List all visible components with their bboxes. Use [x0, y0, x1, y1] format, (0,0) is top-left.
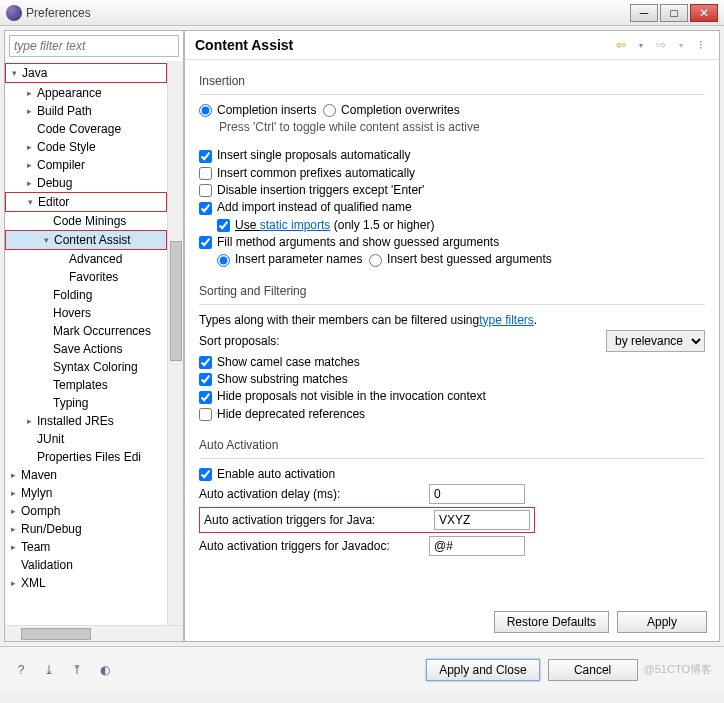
common-prefixes-check[interactable]: Insert common prefixes automatically: [199, 166, 415, 180]
tree-codeminings[interactable]: Code Minings: [5, 212, 167, 230]
substring-check[interactable]: Show substring matches: [199, 372, 348, 386]
titlebar: Preferences ─ □ ✕: [0, 0, 724, 26]
tree-codestyle[interactable]: Code Style: [5, 138, 167, 156]
eclipse-icon: [6, 5, 22, 21]
delay-input[interactable]: [429, 484, 525, 504]
tree-hscroll[interactable]: [5, 625, 183, 641]
javadoc-triggers-input[interactable]: [429, 536, 525, 556]
apply-button[interactable]: Apply: [617, 611, 707, 633]
camel-check[interactable]: Show camel case matches: [199, 355, 360, 369]
help-icon[interactable]: ?: [12, 661, 30, 679]
tree-debug[interactable]: Debug: [5, 174, 167, 192]
disable-triggers-check[interactable]: Disable insertion triggers except 'Enter…: [199, 183, 424, 197]
tree-codecoverage[interactable]: Code Coverage: [5, 120, 167, 138]
tree-oomph[interactable]: Oomph: [5, 502, 167, 520]
tree-mylyn[interactable]: Mylyn: [5, 484, 167, 502]
sort-label: Sort proposals:: [199, 334, 280, 348]
static-imports-check[interactable]: Use static imports (only 1.5 or higher): [217, 218, 434, 232]
cancel-button[interactable]: Cancel: [548, 659, 638, 681]
tree-contentassist[interactable]: Content Assist: [6, 231, 166, 249]
single-proposals-check[interactable]: Insert single proposals automatically: [199, 148, 410, 162]
tree-junit[interactable]: JUnit: [5, 430, 167, 448]
nav-back-menu-icon[interactable]: ▾: [633, 37, 649, 53]
tree-java[interactable]: Java: [6, 64, 166, 82]
ctrl-hint: Press 'Ctrl' to toggle while content ass…: [219, 120, 705, 134]
view-menu-icon[interactable]: ⁝: [693, 37, 709, 53]
tree-templates[interactable]: Templates: [5, 376, 167, 394]
java-triggers-label: Auto activation triggers for Java:: [204, 513, 434, 527]
insertion-title: Insertion: [199, 74, 705, 88]
tree-maven[interactable]: Maven: [5, 466, 167, 484]
tree-typing[interactable]: Typing: [5, 394, 167, 412]
watermark: @51CTO博客: [644, 662, 712, 677]
nav-forward-menu-icon[interactable]: ▾: [673, 37, 689, 53]
tree-favorites[interactable]: Favorites: [5, 268, 167, 286]
tree-compiler[interactable]: Compiler: [5, 156, 167, 174]
type-filters-link[interactable]: type filters: [479, 313, 534, 327]
minimize-button[interactable]: ─: [630, 4, 658, 22]
preferences-tree[interactable]: Java Appearance Build Path Code Coverage…: [5, 61, 167, 625]
tree-team[interactable]: Team: [5, 538, 167, 556]
hide-deprecated-check[interactable]: Hide deprecated references: [199, 407, 365, 421]
javadoc-triggers-label: Auto activation triggers for Javadoc:: [199, 539, 429, 553]
window-title: Preferences: [26, 6, 628, 20]
auto-title: Auto Activation: [199, 438, 705, 452]
close-button[interactable]: ✕: [690, 4, 718, 22]
right-panel: Content Assist ⇦ ▾ ⇨ ▾ ⁝ Insertion Compl…: [184, 30, 720, 642]
tree-propertiesfiles[interactable]: Properties Files Edi: [5, 448, 167, 466]
left-panel: Java Appearance Build Path Code Coverage…: [4, 30, 184, 642]
tree-validation[interactable]: Validation: [5, 556, 167, 574]
sort-combo[interactable]: by relevance: [606, 330, 705, 352]
oomph-icon[interactable]: ◐: [96, 661, 114, 679]
completion-overwrites-radio[interactable]: Completion overwrites: [323, 103, 460, 117]
tree-installedjres[interactable]: Installed JREs: [5, 412, 167, 430]
tree-syntaxcoloring[interactable]: Syntax Coloring: [5, 358, 167, 376]
fill-method-check[interactable]: Fill method arguments and show guessed a…: [199, 235, 499, 249]
insert-param-radio[interactable]: Insert parameter names: [217, 252, 362, 266]
tree-markoccurrences[interactable]: Mark Occurrences: [5, 322, 167, 340]
add-import-check[interactable]: Add import instead of qualified name: [199, 200, 412, 214]
filter-input[interactable]: [9, 35, 179, 57]
tree-editor[interactable]: Editor: [6, 193, 166, 211]
static-imports-link: static imports: [260, 218, 331, 232]
insert-best-radio[interactable]: Insert best guessed arguments: [369, 252, 552, 266]
tree-buildpath[interactable]: Build Path: [5, 102, 167, 120]
sorting-title: Sorting and Filtering: [199, 284, 705, 298]
java-triggers-input[interactable]: [434, 510, 530, 530]
tree-rundebug[interactable]: Run/Debug: [5, 520, 167, 538]
import-icon[interactable]: ⤓: [40, 661, 58, 679]
enable-auto-check[interactable]: Enable auto activation: [199, 467, 335, 481]
footer: ? ⤓ ⤒ ◐ Apply and Close Cancel @51CTO博客: [0, 646, 724, 692]
tree-advanced[interactable]: Advanced: [5, 250, 167, 268]
tree-saveactions[interactable]: Save Actions: [5, 340, 167, 358]
delay-label: Auto activation delay (ms):: [199, 487, 429, 501]
tree-vscroll[interactable]: [167, 61, 183, 625]
nav-back-icon[interactable]: ⇦: [613, 37, 629, 53]
tree-hovers[interactable]: Hovers: [5, 304, 167, 322]
restore-defaults-button[interactable]: Restore Defaults: [494, 611, 609, 633]
tree-xml[interactable]: XML: [5, 574, 167, 592]
hide-notvisible-check[interactable]: Hide proposals not visible in the invoca…: [199, 389, 486, 403]
maximize-button[interactable]: □: [660, 4, 688, 22]
apply-close-button[interactable]: Apply and Close: [426, 659, 539, 681]
page-title: Content Assist: [195, 37, 609, 53]
export-icon[interactable]: ⤒: [68, 661, 86, 679]
completion-inserts-radio[interactable]: Completion inserts: [199, 103, 316, 117]
tree-appearance[interactable]: Appearance: [5, 84, 167, 102]
tree-folding[interactable]: Folding: [5, 286, 167, 304]
nav-forward-icon[interactable]: ⇨: [653, 37, 669, 53]
